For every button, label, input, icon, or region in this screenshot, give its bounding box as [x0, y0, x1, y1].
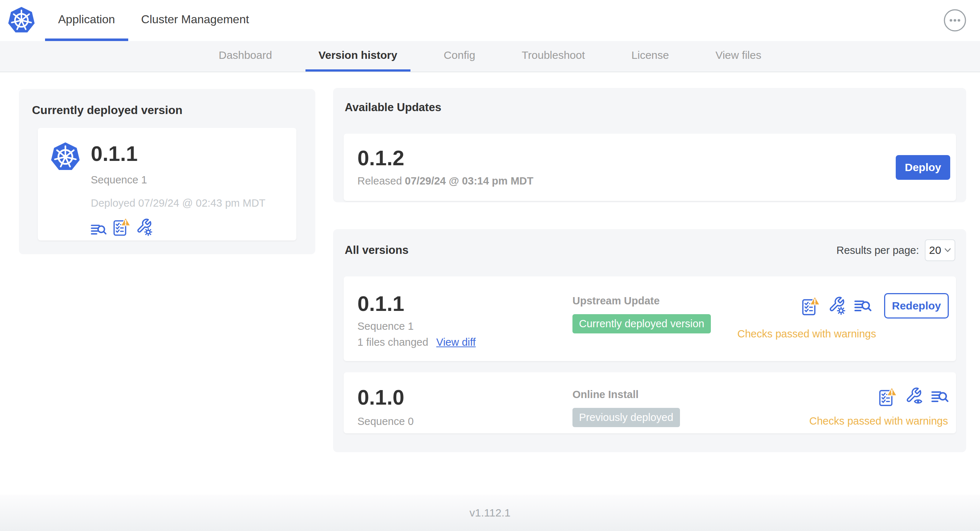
top-nav-tabs: Application Cluster Management	[45, 0, 262, 41]
version-info: 0.1.1 Sequence 1 1 files changed View di…	[358, 293, 573, 348]
config-gear-icon[interactable]	[829, 297, 846, 315]
all-versions-title: All versions	[345, 244, 409, 257]
version-action-icons: Redeploy	[801, 293, 949, 318]
update-released-timestamp: Released 07/29/24 @ 03:14 pm MDT	[358, 175, 533, 187]
config-gear-icon[interactable]	[137, 219, 153, 236]
view-diff-link[interactable]: View diff	[436, 336, 476, 348]
current-version-sequence: Sequence 1	[91, 174, 266, 186]
version-actions: Checks passed with warnings	[809, 387, 949, 427]
version-number: 0.1.0	[358, 387, 573, 408]
available-update-info: 0.1.2 Released 07/29/24 @ 03:14 pm MDT	[358, 148, 533, 187]
version-row-0-1-0: 0.1.0 Sequence 0 Online Install Previous…	[344, 372, 956, 433]
version-actions: Redeploy Checks passed with warnings	[737, 293, 949, 340]
version-number: 0.1.1	[358, 293, 573, 314]
app-sub-nav: Dashboard Version history Config Trouble…	[0, 41, 980, 72]
version-sequence: Sequence 1	[358, 320, 573, 332]
top-nav: Application Cluster Management	[0, 0, 980, 41]
results-per-page: Results per page: 20	[837, 239, 955, 261]
preflight-checks-warning-icon[interactable]	[878, 387, 897, 406]
tab-view-files[interactable]: View files	[703, 41, 775, 72]
previously-deployed-badge: Previously deployed	[573, 408, 680, 427]
redeploy-button[interactable]: Redeploy	[884, 293, 949, 318]
config-view-icon[interactable]	[906, 388, 923, 406]
version-action-icons	[878, 387, 949, 406]
overflow-menu-button[interactable]	[943, 9, 967, 32]
kots-admin-console: Application Cluster Management Dashboard…	[0, 0, 980, 531]
source-label: Online Install	[573, 389, 809, 401]
currently-deployed-title: Currently deployed version	[32, 103, 182, 117]
version-row-0-1-1: 0.1.1 Sequence 1 1 files changed View di…	[344, 277, 956, 361]
available-update-row: 0.1.2 Released 07/29/24 @ 03:14 pm MDT D…	[344, 134, 956, 201]
current-version-details: 0.1.1 Sequence 1 Deployed 07/29/24 @ 02:…	[91, 140, 266, 240]
results-per-page-value: 20	[929, 244, 941, 256]
kubernetes-logo-icon[interactable]	[8, 5, 35, 35]
results-per-page-label: Results per page:	[837, 245, 919, 256]
version-source: Online Install Previously deployed	[573, 387, 809, 427]
kubernetes-app-icon	[51, 141, 80, 173]
currently-deployed-badge: Currently deployed version	[573, 314, 711, 334]
version-source: Upstream Update Currently deployed versi…	[573, 293, 737, 334]
tab-dashboard[interactable]: Dashboard	[205, 41, 285, 72]
current-version-deployed-timestamp: Deployed 07/29/24 @ 02:43 pm MDT	[91, 197, 266, 209]
current-version-number: 0.1.1	[91, 143, 266, 164]
deploy-button[interactable]: Deploy	[896, 155, 950, 180]
files-changed-label: 1 files changed	[358, 336, 428, 348]
available-updates-title: Available Updates	[345, 101, 441, 114]
available-updates-card: Available Updates 0.1.2 Released 07/29/2…	[333, 88, 966, 202]
files-changed: 1 files changed View diff	[358, 336, 573, 348]
tab-version-history[interactable]: Version history	[305, 41, 410, 72]
tab-cluster-management[interactable]: Cluster Management	[128, 0, 262, 41]
released-date: 07/29/24 @ 03:14 pm MDT	[405, 175, 534, 187]
deploy-logs-icon[interactable]	[931, 390, 949, 404]
results-per-page-select[interactable]: 20	[925, 239, 955, 261]
currently-deployed-card: Currently deployed version 0.1.1 Sequenc…	[19, 89, 315, 254]
source-label: Upstream Update	[573, 295, 737, 307]
tab-license[interactable]: License	[618, 41, 682, 72]
released-label: Released	[358, 175, 402, 187]
tab-troubleshoot[interactable]: Troubleshoot	[509, 41, 598, 72]
console-version: v1.112.1	[470, 507, 511, 519]
version-sequence: Sequence 0	[358, 415, 573, 428]
ellipsis-icon	[943, 9, 967, 32]
preflight-checks-warning-icon[interactable]	[801, 296, 820, 316]
tab-config[interactable]: Config	[431, 41, 488, 72]
preflight-status-text: Checks passed with warnings	[737, 328, 876, 340]
preflight-status-text: Checks passed with warnings	[809, 415, 948, 427]
tab-application[interactable]: Application	[45, 0, 128, 41]
all-versions-card: All versions Results per page: 20 0.1.1 …	[333, 229, 966, 452]
preflight-checks-warning-icon[interactable]	[113, 217, 131, 236]
update-version-number: 0.1.2	[358, 148, 533, 169]
version-info: 0.1.0 Sequence 0	[358, 387, 573, 428]
deploy-logs-icon[interactable]	[854, 299, 872, 313]
current-version-actions	[91, 217, 266, 236]
chevron-down-icon	[944, 248, 951, 253]
all-versions-header: All versions Results per page: 20	[345, 239, 955, 261]
currently-deployed-version-card: 0.1.1 Sequence 1 Deployed 07/29/24 @ 02:…	[38, 128, 296, 240]
footer: v1.112.1	[0, 495, 980, 531]
deploy-logs-icon[interactable]	[91, 223, 107, 236]
